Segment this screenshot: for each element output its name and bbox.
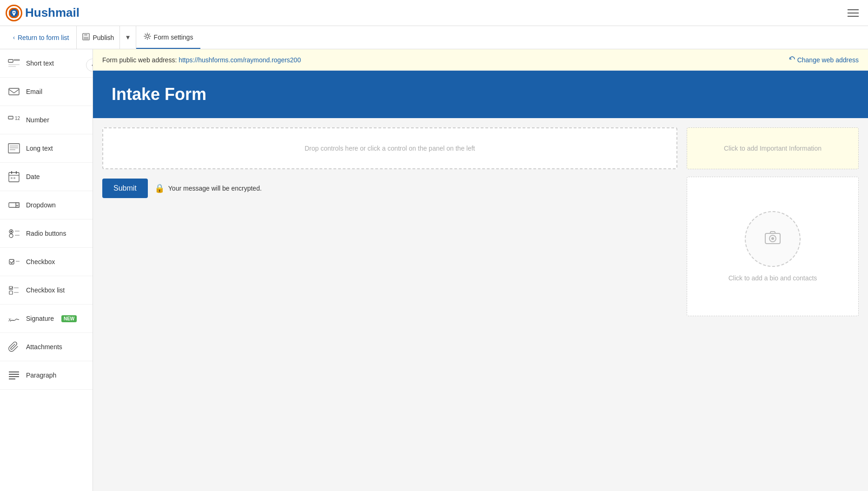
checkbox-icon [7, 255, 20, 268]
dropdown-chevron-icon: ▼ [125, 34, 131, 41]
camera-circle [745, 211, 801, 267]
svg-rect-2 [13, 13, 15, 15]
paragraph-icon [7, 369, 20, 382]
sidebar-item-checkbox-list[interactable]: Checkbox list [0, 276, 93, 305]
svg-rect-5 [84, 33, 87, 36]
svg-rect-36 [14, 292, 19, 293]
submit-row: Submit 🔒 Your message will be encrypted. [102, 179, 677, 198]
publish-group: Publish ▼ [77, 26, 136, 49]
address-bar-left: Form public web address: https://hushfor… [102, 56, 301, 64]
sidebar-item-checkbox[interactable]: Checkbox [0, 248, 93, 276]
svg-rect-21 [16, 171, 17, 174]
sidebar-item-long-text-label: Long text [26, 145, 53, 152]
submit-button[interactable]: Submit [102, 179, 148, 198]
camera-icon [763, 228, 782, 251]
logo-icon [6, 5, 22, 21]
sidebar-item-radio-buttons[interactable]: Radio buttons [0, 219, 93, 248]
info-panel[interactable]: Click to add Important Information [687, 127, 859, 169]
hamburger-line-1 [848, 9, 859, 10]
svg-rect-16 [10, 146, 18, 146]
form-settings-button[interactable]: Form settings [136, 26, 201, 49]
svg-point-44 [771, 237, 774, 240]
svg-rect-39 [9, 374, 19, 375]
dropdown-icon [7, 199, 20, 212]
radio-buttons-icon [7, 227, 20, 240]
checkbox-list-icon [7, 284, 20, 297]
publish-dropdown-button[interactable]: ▼ [119, 26, 135, 49]
address-label: Form public web address: [102, 56, 177, 64]
sidebar-item-email-label: Email [26, 88, 42, 95]
back-chevron-icon: ‹ [13, 34, 15, 41]
drop-zone[interactable]: Drop controls here or click a control on… [102, 127, 677, 169]
form-main: Drop controls here or click a control on… [102, 127, 677, 316]
sidebar-item-paragraph-label: Paragraph [26, 372, 56, 379]
sidebar-item-long-text[interactable]: Long text [0, 134, 93, 163]
svg-point-7 [146, 35, 149, 38]
return-to-form-list-button[interactable]: ‹ Return to form list [6, 26, 77, 49]
svg-point-27 [10, 231, 12, 232]
change-web-address-button[interactable]: Change web address [789, 56, 859, 64]
address-bar: Form public web address: https://hushfor… [93, 49, 868, 71]
top-bar: Hushmail [0, 0, 868, 26]
svg-rect-11 [8, 66, 16, 67]
sidebar-item-signature-label: Signature [26, 315, 54, 322]
svg-rect-22 [11, 177, 13, 179]
main-layout: ‹ Short text Email [0, 49, 868, 491]
sidebar-item-short-text-label: Short text [26, 60, 54, 67]
bio-panel-text: Click to add a bio and contacts [729, 274, 817, 282]
sidebar-item-number[interactable]: 12 Number [0, 106, 93, 134]
svg-rect-38 [9, 372, 19, 372]
svg-point-3 [13, 11, 15, 13]
date-icon [7, 170, 20, 183]
svg-rect-29 [15, 231, 20, 232]
svg-rect-30 [15, 235, 20, 236]
sidebar-item-dropdown[interactable]: Dropdown [0, 191, 93, 219]
info-panel-text: Click to add Important Information [724, 145, 822, 152]
sidebar-item-attachments[interactable]: Attachments [0, 333, 93, 361]
sidebar-item-email[interactable]: Email [0, 78, 93, 106]
svg-rect-8 [8, 60, 13, 62]
sidebar-item-short-text[interactable]: Short text [0, 49, 93, 78]
address-link[interactable]: https://hushforms.com/raymond.rogers200 [179, 56, 301, 64]
svg-rect-20 [11, 171, 12, 174]
form-title: Intake Form [112, 85, 849, 104]
form-right: Click to add Important Information [687, 127, 859, 316]
sidebar-item-date-label: Date [26, 173, 40, 180]
svg-rect-34 [9, 291, 13, 294]
form-area: Intake Form Drop controls here or click … [93, 71, 868, 325]
encrypted-message: 🔒 Your message will be encrypted. [154, 183, 262, 193]
sidebar-item-attachments-label: Attachments [26, 343, 62, 351]
svg-rect-10 [8, 64, 20, 65]
svg-rect-32 [16, 261, 20, 262]
return-label: Return to form list [18, 34, 69, 41]
bio-panel[interactable]: Click to add a bio and contacts [687, 177, 859, 316]
refresh-icon [789, 56, 795, 64]
svg-rect-6 [84, 37, 88, 40]
hamburger-line-2 [848, 13, 859, 13]
sidebar-item-number-label: Number [26, 116, 49, 124]
svg-rect-41 [9, 378, 15, 379]
encrypted-text: Your message will be encrypted. [168, 185, 262, 192]
sidebar-item-date[interactable]: Date [0, 163, 93, 191]
form-header: Intake Form [93, 71, 868, 118]
number-icon: 12 [7, 113, 20, 126]
publish-label: Publish [93, 34, 114, 41]
signature-icon: x [7, 312, 20, 325]
sidebar-item-signature[interactable]: x Signature NEW [0, 305, 93, 333]
short-text-icon [7, 57, 20, 70]
sidebar-item-paragraph[interactable]: Paragraph [0, 361, 93, 390]
svg-text:x: x [8, 316, 11, 323]
email-icon [7, 85, 20, 98]
svg-point-28 [9, 234, 13, 238]
gear-icon [144, 33, 151, 41]
lock-icon: 🔒 [154, 183, 165, 193]
sidebar-item-dropdown-label: Dropdown [26, 201, 56, 209]
form-settings-label: Form settings [154, 33, 193, 41]
hamburger-menu-button[interactable] [844, 6, 862, 20]
sidebar-item-checkbox-list-label: Checkbox list [26, 286, 65, 294]
svg-rect-12 [9, 88, 19, 95]
drop-zone-text: Drop controls here or click a control on… [305, 145, 475, 152]
publish-button[interactable]: Publish [77, 26, 119, 49]
svg-rect-18 [10, 149, 15, 150]
action-bar: ‹ Return to form list Publish ▼ Form set… [0, 26, 868, 49]
